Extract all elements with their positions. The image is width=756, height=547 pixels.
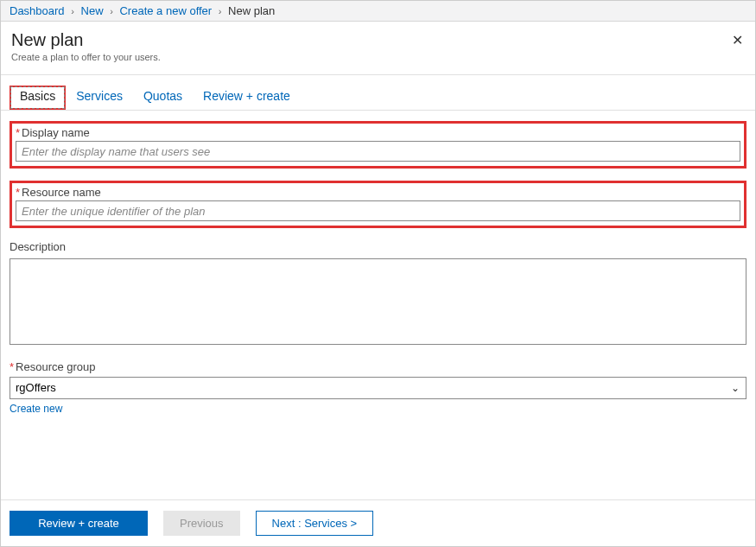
previous-button: Previous xyxy=(163,511,240,536)
required-star-icon: * xyxy=(16,186,20,199)
field-resource-group: *Resource group rgOffers ⌄ Create new xyxy=(10,360,746,416)
tabs-bar: Basics Services Quotas Review + create xyxy=(1,75,755,111)
review-create-button[interactable]: Review + create xyxy=(10,511,148,536)
resource-name-input[interactable] xyxy=(16,200,740,221)
resource-name-label: Resource name xyxy=(22,186,101,199)
breadcrumb-create-offer[interactable]: Create a new offer xyxy=(119,4,212,17)
tab-review-create[interactable]: Review + create xyxy=(193,86,301,110)
description-input[interactable] xyxy=(10,258,746,345)
required-star-icon: * xyxy=(16,126,20,139)
breadcrumb-dashboard[interactable]: Dashboard xyxy=(10,4,65,17)
footer-bar: Review + create Previous Next : Services… xyxy=(1,499,755,546)
breadcrumb-new[interactable]: New xyxy=(81,4,104,17)
required-star-icon: * xyxy=(10,360,14,373)
tab-quotas[interactable]: Quotas xyxy=(133,86,193,110)
chevron-right-icon: › xyxy=(219,6,222,16)
breadcrumb: Dashboard › New › Create a new offer › N… xyxy=(1,1,755,22)
close-icon[interactable]: ✕ xyxy=(732,32,743,48)
page-title: New plan xyxy=(11,30,745,50)
tab-basics[interactable]: Basics xyxy=(10,86,66,110)
chevron-right-icon: › xyxy=(71,6,74,16)
resource-group-label: Resource group xyxy=(16,360,96,373)
display-name-input[interactable] xyxy=(16,141,740,162)
field-resource-name: *Resource name xyxy=(10,181,746,228)
form-area: *Display name *Resource name Description… xyxy=(1,111,755,499)
tab-services[interactable]: Services xyxy=(66,86,133,110)
field-display-name: *Display name xyxy=(10,121,746,169)
create-new-link[interactable]: Create new xyxy=(10,403,62,415)
next-button[interactable]: Next : Services > xyxy=(256,511,374,536)
page-header: New plan Create a plan to offer to your … xyxy=(1,22,755,75)
description-label: Description xyxy=(10,240,66,253)
display-name-label: Display name xyxy=(22,126,90,139)
page-subtitle: Create a plan to offer to your users. xyxy=(11,52,745,62)
field-description: Description xyxy=(10,240,746,348)
breadcrumb-current: New plan xyxy=(228,4,275,17)
resource-group-select[interactable]: rgOffers xyxy=(10,377,746,399)
chevron-right-icon: › xyxy=(110,6,113,16)
